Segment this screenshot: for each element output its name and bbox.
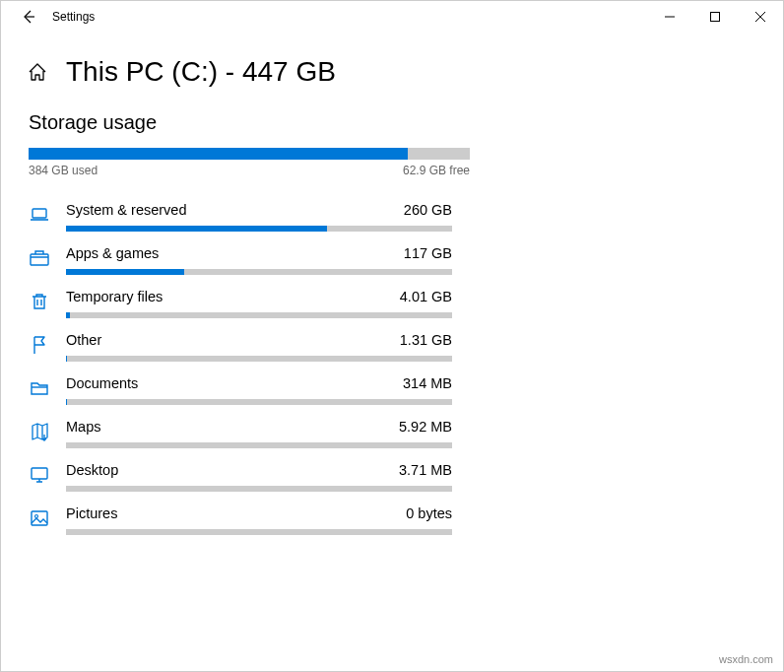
category-row[interactable]: Apps & games117 GB [29, 238, 757, 282]
category-row[interactable]: Temporary files4.01 GB [29, 282, 757, 325]
category-body: Documents314 MB [66, 375, 452, 405]
category-size: 5.92 MB [399, 419, 452, 435]
category-row[interactable]: Other1.31 GB [29, 325, 757, 369]
category-size: 0 bytes [406, 505, 452, 521]
close-button[interactable] [738, 1, 783, 33]
category-bar-fill [66, 269, 184, 275]
svg-rect-1 [33, 209, 46, 218]
category-name: Maps [66, 419, 100, 435]
category-size: 314 MB [403, 375, 452, 391]
category-size: 4.01 GB [400, 289, 452, 304]
category-body: Temporary files4.01 GB [66, 289, 452, 318]
category-name: Other [66, 332, 101, 348]
page-title: This PC (C:) - 447 GB [66, 56, 336, 88]
laptop-icon [29, 204, 50, 226]
window-title: Settings [52, 10, 95, 24]
category-name: System & reserved [66, 202, 187, 218]
back-arrow-icon [21, 9, 36, 25]
category-list: System & reserved260 GBApps & games117 G… [29, 195, 757, 542]
flag-icon [29, 334, 50, 356]
desktop-icon [29, 464, 50, 486]
watermark: wsxdn.com [719, 653, 773, 665]
category-body: Other1.31 GB [66, 332, 452, 362]
minimize-icon [665, 12, 675, 22]
category-bar-fill [66, 356, 67, 362]
close-icon [755, 12, 765, 22]
category-size: 1.31 GB [400, 332, 452, 348]
category-name: Desktop [66, 462, 118, 478]
category-body: Pictures0 bytes [66, 505, 452, 535]
maximize-button[interactable] [692, 1, 738, 33]
category-name: Temporary files [66, 289, 163, 304]
overall-usage-fill [29, 148, 408, 160]
category-bar [66, 486, 452, 492]
category-row[interactable]: System & reserved260 GB [29, 195, 757, 238]
window-controls [647, 1, 783, 33]
category-body: Maps5.92 MB [66, 419, 452, 448]
category-size: 3.71 MB [399, 462, 452, 478]
category-name: Documents [66, 375, 138, 391]
category-row[interactable]: Desktop3.71 MB [29, 455, 757, 499]
svg-point-5 [35, 515, 38, 518]
category-bar [66, 226, 452, 232]
maximize-icon [710, 12, 720, 22]
overall-usage-bar [29, 148, 470, 160]
svg-rect-3 [32, 468, 47, 479]
home-icon[interactable] [27, 61, 48, 83]
page-header: This PC (C:) - 447 GB [27, 56, 757, 88]
category-row[interactable]: Maps5.92 MB [29, 412, 757, 455]
free-label: 62.9 GB free [403, 164, 470, 177]
trash-icon [29, 291, 50, 312]
category-body: Desktop3.71 MB [66, 462, 452, 492]
category-bar-fill [66, 226, 327, 232]
pictures-icon [29, 507, 50, 529]
category-bar [66, 269, 452, 275]
category-body: Apps & games117 GB [66, 245, 452, 275]
section-title: Storage usage [29, 111, 757, 134]
minimize-button[interactable] [647, 1, 692, 33]
category-row[interactable]: Documents314 MB [29, 369, 757, 412]
svg-rect-4 [32, 511, 47, 525]
category-bar [66, 529, 452, 535]
svg-rect-0 [711, 13, 720, 22]
svg-rect-2 [31, 254, 48, 265]
category-name: Apps & games [66, 245, 159, 261]
map-icon [29, 421, 50, 442]
folder-icon [29, 377, 50, 399]
category-bar [66, 356, 452, 362]
category-name: Pictures [66, 505, 117, 521]
titlebar: Settings [1, 1, 783, 33]
category-bar [66, 312, 452, 318]
content: This PC (C:) - 447 GB Storage usage 384 … [1, 56, 783, 542]
category-size: 117 GB [404, 245, 452, 261]
back-button[interactable] [9, 1, 48, 33]
used-label: 384 GB used [29, 164, 98, 177]
category-body: System & reserved260 GB [66, 202, 452, 232]
category-bar [66, 399, 452, 405]
apps-icon [29, 247, 50, 269]
category-bar-fill [66, 312, 70, 318]
category-row[interactable]: Pictures0 bytes [29, 499, 757, 542]
category-bar [66, 442, 452, 448]
overall-usage: 384 GB used 62.9 GB free [29, 148, 470, 177]
category-size: 260 GB [404, 202, 452, 218]
